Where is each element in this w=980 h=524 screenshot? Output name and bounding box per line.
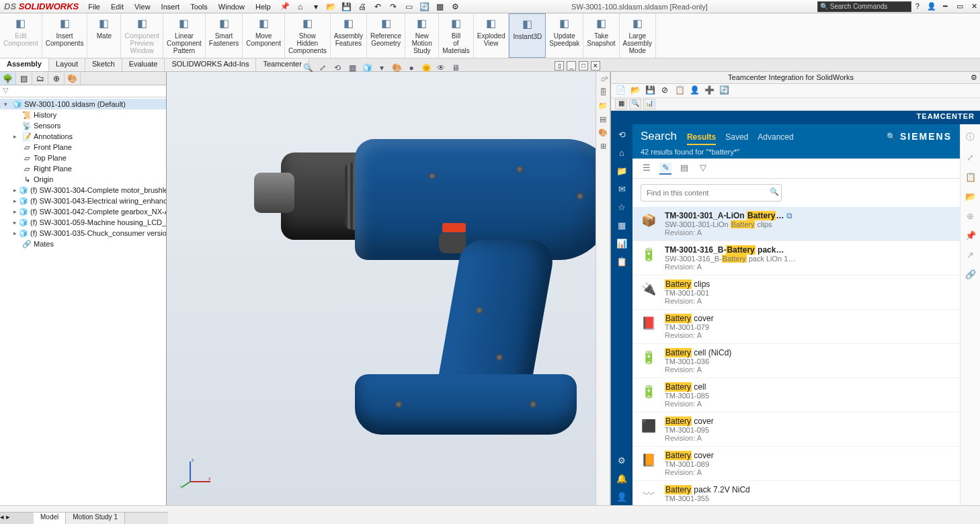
btab-arrows[interactable]: ◂ ▸: [0, 513, 34, 524]
tab-assembly[interactable]: Assembly: [0, 58, 49, 71]
result-item[interactable]: 〰Battery pack 7.2V NiCdTM-3001-355: [632, 481, 960, 509]
tree-node[interactable]: ▸🧊(f) SW-3001-059-Machine housing_LCD_<1…: [0, 217, 166, 228]
menu-window[interactable]: Window: [213, 3, 250, 11]
menu-tools[interactable]: Tools: [185, 3, 213, 11]
rt-expand-icon[interactable]: ⤢: [967, 152, 974, 163]
tree-node[interactable]: ↳Origin: [0, 174, 166, 185]
tc-tab2-icon[interactable]: 🔍: [629, 99, 641, 110]
vp-close-icon[interactable]: ✕: [591, 61, 600, 71]
tp-view-icon[interactable]: ▤: [598, 115, 608, 126]
result-item[interactable]: 🔋Battery cellTM-3001-085Revision: A: [632, 378, 960, 412]
tree-node[interactable]: ▸📝Annotations: [0, 131, 166, 142]
rt-link-icon[interactable]: 🔗: [965, 269, 976, 279]
rt-pin-icon[interactable]: 📌: [965, 230, 976, 241]
menu-help[interactable]: Help: [250, 3, 276, 11]
tree-node[interactable]: ▱Front Plane: [0, 142, 166, 152]
tab-evaluate[interactable]: Evaluate: [122, 58, 165, 71]
ribbon-mate[interactable]: ◧Mate: [87, 13, 121, 58]
new-icon[interactable]: ▾: [311, 1, 321, 12]
nav-avatar-icon[interactable]: 👤: [616, 492, 627, 502]
tp-lib-icon[interactable]: 🗄: [598, 88, 608, 99]
menu-view[interactable]: View: [129, 3, 156, 11]
ribbon-assembly-features[interactable]: ◧AssemblyFeatures: [331, 13, 367, 58]
fm-tab-display-icon[interactable]: 🎨: [65, 73, 81, 85]
menu-file[interactable]: File: [83, 3, 106, 11]
minimize-icon[interactable]: ━: [940, 2, 952, 11]
nav-report-icon[interactable]: 📊: [616, 238, 627, 249]
subtab-results[interactable]: Results: [687, 132, 716, 145]
ribbon-move-component[interactable]: ◧MoveComponent: [243, 13, 285, 58]
tc-save-icon[interactable]: 💾: [645, 85, 655, 96]
open-icon[interactable]: 📂: [326, 1, 337, 12]
restore-icon[interactable]: ▭: [954, 2, 966, 11]
tc-tab3-icon[interactable]: 📊: [643, 99, 655, 110]
ribbon-update-speedpak[interactable]: ◧UpdateSpeedpak: [546, 13, 583, 58]
vp-tile-icon[interactable]: ▯: [555, 61, 564, 71]
ribbon-smart-fasteners[interactable]: ◧SmartFasteners: [206, 13, 243, 58]
menu-edit[interactable]: Edit: [106, 3, 129, 11]
tree-node[interactable]: ▸🧊(f) SW-3001-035-Chuck_consumer version…: [0, 228, 166, 238]
tree-node[interactable]: ▸🧊(f) SW-3001-043-Electrical wiring_enha…: [0, 195, 166, 206]
view-list-icon[interactable]: ☰: [641, 163, 653, 175]
result-item[interactable]: 📕Battery coverTM-3001-079Revision: A: [632, 310, 960, 344]
tree-node[interactable]: 📡Sensors: [0, 120, 166, 131]
view-triad[interactable]: z x y: [180, 455, 214, 488]
ribbon-linear-component-pattern[interactable]: ◧LinearComponentPattern: [163, 13, 206, 58]
tab-solidworks-add-ins[interactable]: SOLIDWORKS Add-Ins: [165, 58, 256, 71]
nav-folder-icon[interactable]: 📁: [616, 166, 627, 176]
nav-clip-icon[interactable]: 📋: [616, 257, 627, 267]
nav-grid-icon[interactable]: ▦: [618, 220, 626, 230]
ribbon-show-hidden-components[interactable]: ◧ShowHiddenComponents: [285, 13, 331, 58]
filter-icon[interactable]: ▽: [697, 163, 709, 175]
tc-add-icon[interactable]: ➕: [704, 85, 714, 96]
header-search-icon[interactable]: 🔍: [887, 132, 896, 141]
tab-teamcenter[interactable]: Teamcenter: [256, 58, 309, 71]
tc-open-icon[interactable]: 📂: [630, 85, 641, 96]
nav-fav-icon[interactable]: ☆: [618, 202, 626, 212]
settings-icon[interactable]: ⚙: [450, 1, 460, 12]
ribbon-reference-geometry[interactable]: ◧ReferenceGeometry: [367, 13, 405, 58]
print-icon[interactable]: 🖨: [357, 1, 368, 12]
redo-icon[interactable]: ↷: [388, 1, 399, 12]
help-icon[interactable]: ?: [911, 2, 924, 10]
result-item[interactable]: 🔋TM-3001-316_B-Battery pack…SW-3001-316_…: [632, 241, 960, 275]
ribbon-instant3d[interactable]: ◧Instant3D: [509, 13, 546, 58]
user-icon[interactable]: 👤: [926, 2, 938, 11]
ribbon-exploded-view[interactable]: ◧ExplodedView: [474, 13, 509, 58]
nav-home-icon[interactable]: ⌂: [619, 148, 624, 158]
vp-min-icon[interactable]: _: [567, 61, 576, 71]
tc-refresh-icon[interactable]: 🔄: [719, 85, 729, 96]
info-icon[interactable]: ⓘ: [966, 131, 975, 143]
rebuild-icon[interactable]: 🔄: [419, 1, 430, 12]
graphics-viewport[interactable]: z x y: [167, 72, 596, 509]
rt-share-icon[interactable]: ↗: [967, 250, 974, 260]
nav-bell-icon[interactable]: 🔔: [616, 474, 627, 484]
tree-node[interactable]: 📜History: [0, 110, 166, 120]
tree-node[interactable]: ▸🧊(f) SW-3001-304-Complete motor_brushle…: [0, 185, 166, 195]
result-item[interactable]: 🔋Battery cell (NiCd)TM-3001-036Revision:…: [632, 344, 960, 378]
find-icon[interactable]: 🔍: [770, 187, 779, 196]
close-icon[interactable]: ✕: [968, 2, 980, 11]
undo-icon[interactable]: ↶: [372, 1, 383, 12]
rt-copy-icon[interactable]: 📋: [965, 172, 976, 182]
find-input[interactable]: [641, 184, 782, 202]
vp-max-icon[interactable]: □: [579, 61, 588, 71]
tc-cancel-icon[interactable]: ⊘: [659, 85, 670, 96]
panel-collapse-icon[interactable]: »: [604, 73, 608, 81]
ribbon-insert-components[interactable]: ◧InsertComponents: [42, 13, 88, 58]
subtab-advanced[interactable]: Advanced: [758, 132, 793, 145]
tc-tab1-icon[interactable]: ▦: [615, 99, 627, 110]
result-item[interactable]: 📙Battery coverTM-3001-089Revision: A: [632, 447, 960, 481]
view-table-icon[interactable]: ▤: [678, 163, 690, 175]
tp-file-icon[interactable]: 📁: [598, 101, 608, 112]
options-icon[interactable]: ▦: [434, 1, 445, 12]
tc-new-icon[interactable]: 📄: [615, 85, 626, 96]
menu-pin-icon[interactable]: 📌: [280, 2, 290, 11]
tc-user-icon[interactable]: 👤: [689, 85, 700, 96]
tab-layout[interactable]: Layout: [49, 58, 85, 71]
fm-tab-dim-icon[interactable]: ⊕: [48, 73, 65, 85]
tc-copy-icon[interactable]: 📋: [674, 85, 685, 96]
tree-node[interactable]: ▸🧊(f) SW-3001-042-Complete gearbox_NX-AR…: [0, 206, 166, 217]
select-icon[interactable]: ▭: [403, 1, 414, 12]
tree-node[interactable]: ▱Right Plane: [0, 163, 166, 174]
